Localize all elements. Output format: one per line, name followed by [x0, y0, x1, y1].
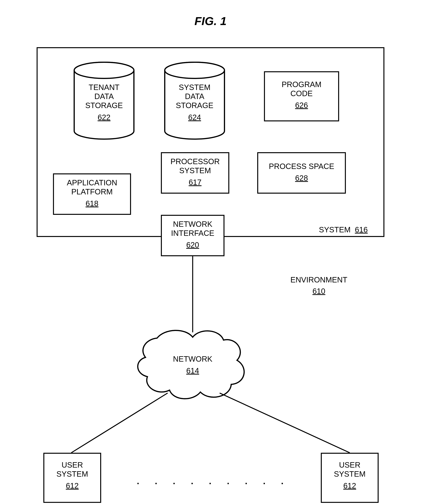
system-label: SYSTEM 616 — [319, 225, 368, 234]
tenant-storage-line3: STORAGE — [85, 101, 123, 110]
figure-title: FIG. 1 — [0, 14, 421, 28]
program-code-ref: 626 — [295, 101, 308, 110]
connector-cloud-to-user-left — [71, 393, 168, 453]
app-platform-line2: PLATFORM — [71, 187, 113, 196]
processor-ref: 617 — [189, 178, 202, 187]
app-platform-line1: APPLICATION — [67, 178, 117, 187]
app-platform-label: APPLICATION PLATFORM 618 — [53, 178, 131, 208]
processor-line1: PROCESSOR — [170, 157, 220, 166]
tenant-storage-line2: DATA — [94, 92, 114, 101]
network-ref: 614 — [186, 366, 199, 375]
net-interface-line1: NETWORK — [173, 220, 212, 228]
processor-line2: SYSTEM — [179, 166, 211, 175]
process-space-line1: PROCESS SPACE — [269, 162, 334, 170]
network-label: NETWORK 614 — [158, 354, 227, 375]
system-storage-line2: DATA — [185, 92, 204, 101]
network-interface-label: NETWORK INTERFACE 620 — [161, 220, 224, 250]
user-left-line1: USER — [61, 461, 83, 469]
net-interface-line2: INTERFACE — [171, 229, 214, 237]
process-space-ref: 628 — [295, 174, 308, 183]
program-code-line1: PROGRAM — [282, 80, 322, 89]
user-right-line1: USER — [339, 461, 360, 469]
app-platform-ref: 618 — [85, 199, 98, 208]
system-storage-line1: SYSTEM — [179, 83, 210, 91]
system-ref: 616 — [355, 225, 368, 234]
processor-system-label: PROCESSOR SYSTEM 617 — [161, 157, 229, 187]
network-text: NETWORK — [173, 355, 212, 363]
ellipsis-dots: . . . . . . . . . — [137, 476, 290, 486]
user-right-ref: 612 — [343, 481, 356, 490]
system-storage-label: SYSTEM DATA STORAGE 624 — [165, 83, 224, 122]
connector-cloud-to-user-right — [220, 393, 350, 453]
tenant-storage-label: TENANT DATA STORAGE 622 — [74, 83, 134, 122]
user-left-ref: 612 — [66, 481, 79, 490]
environment-ref: 610 — [313, 287, 325, 295]
user-system-left-label: USER SYSTEM 612 — [43, 461, 101, 491]
tenant-storage-ref: 622 — [98, 113, 111, 122]
program-code-line2: CODE — [290, 89, 313, 98]
environment-text: ENVIRONMENT — [290, 276, 347, 284]
environment-label: ENVIRONMENT 610 — [285, 276, 353, 295]
diagram-canvas: FIG. 1 SYSTEM 616 TENANT DATA STORAGE — [0, 0, 421, 504]
user-right-line2: SYSTEM — [334, 470, 366, 478]
system-storage-ref: 624 — [188, 113, 201, 122]
system-storage-line3: STORAGE — [176, 101, 213, 110]
tenant-storage-line1: TENANT — [89, 83, 120, 91]
user-system-right-label: USER SYSTEM 612 — [321, 461, 379, 491]
system-label-text: SYSTEM — [319, 225, 350, 234]
process-space-label: PROCESS SPACE 628 — [257, 162, 346, 183]
user-left-line2: SYSTEM — [56, 470, 88, 478]
program-code-label: PROGRAM CODE 626 — [264, 80, 339, 110]
net-interface-ref: 620 — [186, 240, 199, 250]
